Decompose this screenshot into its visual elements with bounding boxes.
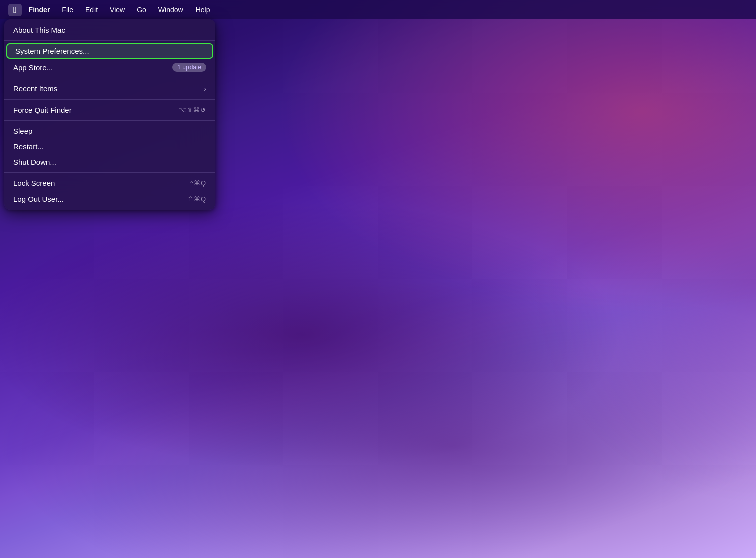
separator-2 bbox=[4, 78, 215, 78]
shut-down-label: Shut Down... bbox=[13, 158, 56, 166]
app-store-label: App Store... bbox=[13, 63, 53, 72]
menubar-help[interactable]: Help bbox=[191, 4, 215, 16]
log-out-item[interactable]: Log Out User... ⇧⌘Q bbox=[4, 191, 215, 207]
system-preferences-item[interactable]: System Preferences... bbox=[6, 43, 213, 59]
about-this-mac-item[interactable]: About This Mac bbox=[4, 22, 215, 38]
separator-3 bbox=[4, 99, 215, 100]
app-store-badge: 1 update bbox=[172, 63, 206, 72]
menubar:  Finder File Edit View Go Window Help bbox=[0, 0, 756, 19]
force-quit-label: Force Quit Finder bbox=[13, 106, 72, 114]
shut-down-item[interactable]: Shut Down... bbox=[4, 154, 215, 170]
log-out-label: Log Out User... bbox=[13, 195, 64, 203]
apple-menu-button[interactable]:  bbox=[8, 4, 22, 16]
lock-screen-shortcut: ^⌘Q bbox=[190, 179, 206, 187]
menubar-edit[interactable]: Edit bbox=[80, 4, 103, 16]
desktop:  Finder File Edit View Go Window Help A… bbox=[0, 0, 756, 558]
separator-1 bbox=[4, 40, 215, 41]
separator-4 bbox=[4, 120, 215, 121]
menubar-view[interactable]: View bbox=[105, 4, 130, 16]
lock-screen-item[interactable]: Lock Screen ^⌘Q bbox=[4, 175, 215, 191]
restart-label: Restart... bbox=[13, 142, 44, 151]
app-store-item[interactable]: App Store... 1 update bbox=[4, 59, 215, 75]
system-preferences-label: System Preferences... bbox=[15, 47, 89, 55]
recent-items-item[interactable]: Recent Items › bbox=[4, 81, 215, 97]
menubar-window[interactable]: Window bbox=[153, 4, 188, 16]
menubar-finder[interactable]: Finder bbox=[24, 4, 55, 16]
log-out-shortcut: ⇧⌘Q bbox=[187, 195, 206, 203]
apple-dropdown-menu: About This Mac System Preferences... App… bbox=[4, 19, 215, 210]
restart-item[interactable]: Restart... bbox=[4, 139, 215, 154]
force-quit-item[interactable]: Force Quit Finder ⌥⇧⌘↺ bbox=[4, 102, 215, 118]
separator-5 bbox=[4, 172, 215, 173]
recent-items-arrow: › bbox=[204, 85, 206, 93]
menubar-go[interactable]: Go bbox=[132, 4, 151, 16]
force-quit-shortcut: ⌥⇧⌘↺ bbox=[179, 106, 206, 114]
lock-screen-label: Lock Screen bbox=[13, 179, 55, 188]
sleep-item[interactable]: Sleep bbox=[4, 123, 215, 139]
recent-items-label: Recent Items bbox=[13, 84, 57, 93]
menubar-file[interactable]: File bbox=[57, 4, 78, 16]
sleep-label: Sleep bbox=[13, 127, 32, 135]
about-this-mac-label: About This Mac bbox=[13, 26, 65, 34]
